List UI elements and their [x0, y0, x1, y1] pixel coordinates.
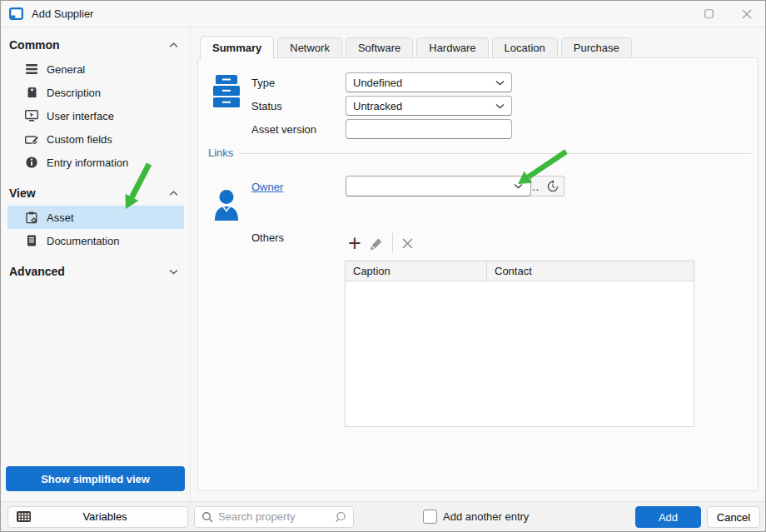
tab-purchase[interactable]: Purchase: [561, 37, 632, 57]
window-controls: [690, 1, 765, 27]
summary-panel: Type Undefined Status Untracked Asset ve…: [197, 57, 759, 491]
links-section-divider: [239, 153, 751, 154]
others-table-body[interactable]: [346, 281, 694, 427]
sidebar-item-label: Custom fields: [47, 133, 112, 146]
sidebar-item-user-interface[interactable]: User interface: [7, 104, 184, 127]
window-icon: [9, 7, 23, 20]
add-another-entry-label: Add another entry: [443, 510, 529, 523]
tab-network[interactable]: Network: [277, 37, 342, 57]
section-view-label: View: [9, 186, 36, 200]
sidebar-item-label: Description: [47, 87, 101, 99]
chevron-down-icon: [495, 80, 505, 86]
type-label: Type: [251, 77, 275, 89]
add-supplier-dialog: Add Supplier Common General Description …: [0, 0, 766, 532]
close-button[interactable]: [728, 1, 765, 27]
history-icon[interactable]: [546, 180, 560, 193]
cabinet-icon: [212, 75, 241, 110]
tab-location[interactable]: Location: [492, 37, 558, 57]
others-toolbar: +: [348, 232, 414, 254]
sidebar-item-description[interactable]: Description: [7, 81, 184, 104]
tab-summary[interactable]: Summary: [200, 36, 274, 59]
monitor-icon: [24, 110, 39, 122]
variables-button-label: Variables: [31, 510, 179, 523]
sidebar-item-documentation[interactable]: Documentation: [7, 229, 184, 252]
sidebar-section-advanced[interactable]: Advanced: [1, 259, 190, 284]
owner-field-group: …: [346, 176, 565, 196]
links-section-heading: Links: [208, 147, 233, 159]
maximize-button[interactable]: [690, 1, 728, 27]
column-header-contact[interactable]: Contact: [487, 261, 694, 281]
search-go-icon[interactable]: [335, 511, 346, 523]
sidebar-section-common[interactable]: Common: [1, 32, 190, 57]
asset-version-label: Asset version: [251, 123, 316, 136]
edit-pencil-icon[interactable]: [370, 236, 384, 251]
document-icon: [24, 235, 39, 246]
others-label: Others: [251, 231, 284, 244]
list-icon: [24, 64, 39, 74]
status-value: Untracked: [353, 100, 495, 112]
window-title: Add Supplier: [32, 7, 93, 20]
add-another-entry-checkbox[interactable]: [423, 510, 437, 524]
sidebar-item-label: General: [47, 63, 85, 76]
titlebar: Add Supplier: [1, 1, 765, 27]
column-header-caption[interactable]: Caption: [346, 261, 487, 281]
toolbar-separator: [392, 233, 393, 253]
search-icon: [201, 511, 213, 523]
grid-icon: [17, 511, 31, 522]
chevron-down-icon[interactable]: [514, 183, 523, 189]
add-button[interactable]: Add: [635, 506, 701, 528]
sidebar-item-general[interactable]: General: [7, 57, 184, 81]
sidebar-item-label: Documentation: [47, 235, 119, 247]
owner-link[interactable]: Owner: [251, 181, 283, 193]
sidebar-item-asset[interactable]: Asset: [7, 206, 184, 229]
add-link-button[interactable]: +: [348, 234, 361, 252]
person-icon: [212, 189, 241, 221]
sidebar-item-label: User interface: [47, 110, 114, 122]
section-common-label: Common: [9, 38, 60, 52]
close-icon: [742, 9, 752, 19]
tag-icon: [24, 87, 39, 98]
main-area: Summary Network Software Hardware Locati…: [191, 27, 765, 501]
cancel-button[interactable]: Cancel: [707, 506, 760, 528]
info-icon: [24, 157, 39, 168]
sidebar-item-entry-information[interactable]: Entry information: [7, 151, 184, 174]
sidebar-item-label: Asset: [47, 211, 74, 224]
clipboard-gear-icon: [24, 211, 39, 224]
section-advanced-label: Advanced: [9, 265, 65, 278]
edit-field-icon: [24, 134, 39, 145]
others-table[interactable]: Caption Contact: [345, 261, 694, 427]
delete-x-icon[interactable]: [401, 237, 414, 250]
type-select[interactable]: Undefined: [346, 72, 512, 92]
maximize-icon: [704, 9, 714, 18]
chevron-up-icon: [169, 42, 178, 48]
sidebar-item-label: Entry information: [47, 157, 128, 169]
chevron-up-icon: [169, 191, 178, 196]
status-select[interactable]: Untracked: [346, 96, 512, 116]
owner-combobox[interactable]: [346, 176, 531, 196]
owner-extra-buttons: …: [528, 176, 565, 196]
chevron-down-icon: [495, 103, 505, 109]
search-property-box: [194, 506, 354, 528]
show-simplified-view-button[interactable]: Show simplified view: [6, 466, 185, 491]
tab-bar: Summary Network Software Hardware Locati…: [200, 36, 635, 57]
chevron-down-icon: [169, 269, 178, 275]
status-label: Status: [251, 100, 282, 112]
sidebar: Common General Description User interfac…: [1, 27, 191, 501]
asset-version-input[interactable]: [346, 119, 512, 139]
sidebar-section-view[interactable]: View: [1, 181, 190, 206]
tab-software[interactable]: Software: [346, 37, 413, 57]
others-table-header: Caption Contact: [346, 261, 694, 281]
search-property-input[interactable]: [218, 510, 330, 523]
type-value: Undefined: [353, 77, 495, 89]
variables-button[interactable]: Variables: [7, 506, 188, 528]
sidebar-item-custom-fields[interactable]: Custom fields: [7, 127, 184, 151]
add-another-entry-row: Add another entry: [423, 510, 529, 524]
footer-bar: Variables Add another entry Add Cancel: [1, 501, 765, 531]
tab-hardware[interactable]: Hardware: [416, 37, 488, 57]
